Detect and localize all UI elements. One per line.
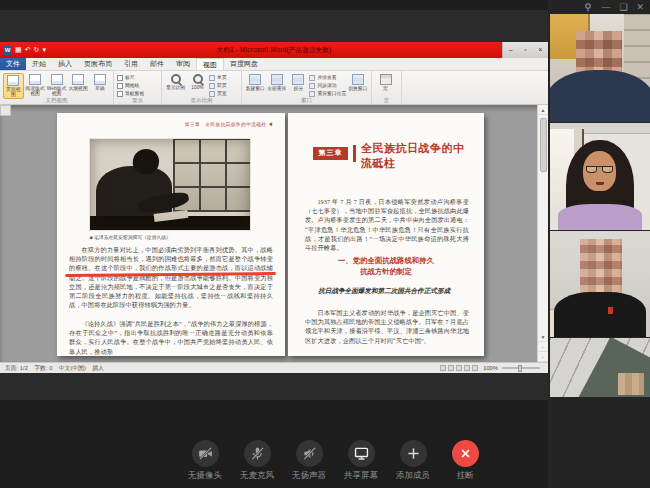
ribbon-group-document-views: 页面视图 阅读版式视图 Web版式视图 大纲视图 xyxy=(0,71,114,104)
zoom-level[interactable]: 100% xyxy=(483,365,498,371)
section-heading-line: 抗战方针的制定 xyxy=(288,267,484,278)
video-shape xyxy=(608,307,613,314)
participant-video-1[interactable] xyxy=(550,14,650,122)
ribbon-button-label: 同步滚动 xyxy=(317,83,336,89)
ribbon-button-label: 全部重排 xyxy=(267,86,286,91)
ribbon-button-outline[interactable]: 大纲视图 xyxy=(68,73,89,91)
document-page-left[interactable]: 第三章 全民族抗日战争的中流砥柱 ◀ ■ 毛泽东在延安窑洞撰写《论持久战》 在双… xyxy=(57,113,285,356)
undo-icon[interactable]: ↶ xyxy=(25,46,31,54)
save-icon[interactable]: ▦ xyxy=(15,46,22,54)
print-layout-icon xyxy=(7,75,19,86)
next-page-icon[interactable]: ◦ xyxy=(538,352,548,362)
ribbon-button-new-window[interactable]: 新建窗口 xyxy=(245,73,265,91)
share-screen-button[interactable]: 共享屏幕 xyxy=(341,440,381,482)
section-heading-line: 一、党的全面抗战路线和持久 xyxy=(288,256,484,267)
ribbon-button-split[interactable]: 拆分 xyxy=(288,73,308,91)
group-label: 窗口 xyxy=(242,96,371,104)
speaker-off-button[interactable]: 无扬声器 xyxy=(289,440,329,482)
camera-off-label: 无摄像头 xyxy=(185,470,225,482)
share-screen-label: 共享屏幕 xyxy=(341,470,381,482)
tab-review[interactable]: 审阅 xyxy=(170,58,196,70)
ribbon-button-print-layout[interactable]: 页面视图 xyxy=(3,73,24,99)
hang-up-button[interactable]: 挂断 xyxy=(445,440,485,482)
ribbon-button-synchronous-scrolling[interactable]: 同步滚动 xyxy=(309,83,346,89)
add-member-button[interactable]: 添加成员 xyxy=(393,440,433,482)
ribbon-button-two-pages[interactable]: 双页 xyxy=(209,83,227,89)
section-heading: 一、党的全面抗战路线和持久 抗战方针的制定 xyxy=(288,256,484,277)
word-close-icon[interactable]: × xyxy=(538,46,542,54)
tab-references[interactable]: 引用 xyxy=(118,58,144,70)
magnifier-icon xyxy=(171,74,181,84)
word-maximize-icon[interactable]: ▫ xyxy=(524,46,526,54)
ribbon-button-web-layout[interactable]: Web版式视图 xyxy=(46,73,67,97)
body-paragraph: 1937 年 7 月 7 日夜，日本侵略军突然发动卢沟桥事变（七七事变），当地中… xyxy=(305,197,469,252)
close-icon[interactable]: ✕ xyxy=(636,2,644,12)
checkbox-ruler[interactable]: 标尺 xyxy=(117,75,144,81)
view-outline-icon[interactable] xyxy=(464,365,471,372)
ribbon-button-arrange-all[interactable]: 全部重排 xyxy=(266,73,286,91)
app-window-controls: — ❑ ✕ xyxy=(584,2,644,12)
word-titlebar: W ▦ ↶ ↻ ▾ 文档1 - Microsoft Word(产品激活失败) –… xyxy=(0,42,548,58)
word-title: 文档1 - Microsoft Word(产品激活失败) xyxy=(46,46,502,55)
maximize-icon[interactable]: ❑ xyxy=(619,2,627,12)
word-logo-icon[interactable]: W xyxy=(3,46,12,55)
participant-video-4[interactable] xyxy=(550,338,650,397)
plus-icon xyxy=(400,440,427,467)
tab-view[interactable]: 视图 xyxy=(196,58,224,70)
checkbox-gridlines[interactable]: 网格线 xyxy=(117,83,144,89)
magnifier-100-icon xyxy=(193,74,203,84)
ribbon-button-full-screen-reading[interactable]: 阅读版式视图 xyxy=(25,73,46,97)
tab-file[interactable]: 文件 xyxy=(0,58,26,70)
vertical-scrollbar[interactable]: ▲ ▼ ◦ ◦ xyxy=(537,105,548,362)
camera-off-button[interactable]: 无摄像头 xyxy=(185,440,225,482)
speaker-off-label: 无扬声器 xyxy=(289,470,329,482)
document-page-right[interactable]: 第三章 全民族抗日战争的中流砥柱 1937 年 7 月 7 日夜，日本侵略军突然… xyxy=(288,113,484,356)
photo-mao-writing xyxy=(90,139,250,230)
glasses-shape xyxy=(586,166,613,173)
participant-video-2[interactable] xyxy=(550,123,650,230)
participant-video-3[interactable] xyxy=(550,231,650,337)
sync-scroll-icon xyxy=(309,83,315,89)
ribbon-button-draft[interactable]: 草稿 xyxy=(89,73,110,91)
pin-icon[interactable] xyxy=(584,3,592,12)
body-paragraph: 在双方的力量对比上，中国必须由劣势到平衡再到优势。其中，战略相持阶段的时间将相当… xyxy=(69,245,273,309)
scrollbar-thumb[interactable] xyxy=(540,118,547,172)
scroll-up-icon[interactable]: ▲ xyxy=(538,105,548,115)
ribbon-button-view-side-by-side[interactable]: 并排查看 xyxy=(309,75,346,81)
ribbon-button-one-page[interactable]: 单页 xyxy=(209,75,227,81)
word-minimize-icon[interactable]: – xyxy=(509,46,513,54)
previous-page-icon[interactable]: ◦ xyxy=(538,342,548,352)
tab-page-layout[interactable]: 页面布局 xyxy=(78,58,118,70)
view-print-layout-icon[interactable] xyxy=(440,365,447,372)
camera-off-icon xyxy=(192,440,219,467)
tab-baidu-netdisk[interactable]: 百度网盘 xyxy=(224,58,264,70)
checkbox-label: 网格线 xyxy=(125,83,139,89)
ribbon-tabs: 文件 开始 插入 页面布局 引用 邮件 审阅 视图 百度网盘 xyxy=(0,58,548,71)
redo-icon[interactable]: ↻ xyxy=(34,46,40,54)
tab-mailings[interactable]: 邮件 xyxy=(144,58,170,70)
view-reading-icon[interactable] xyxy=(448,365,455,372)
video-shape xyxy=(554,292,646,337)
ribbon-button-macros[interactable]: 宏 xyxy=(375,73,396,91)
ribbon-button-label: 大纲视图 xyxy=(69,86,88,91)
tab-home[interactable]: 开始 xyxy=(26,58,52,70)
scroll-down-icon[interactable]: ▼ xyxy=(538,332,548,342)
minimize-icon[interactable]: — xyxy=(601,2,610,12)
ribbon-button-label: 显示比例 xyxy=(166,85,185,90)
ribbon-button-zoom-100[interactable]: 100% xyxy=(187,73,208,90)
photo-shape xyxy=(90,139,250,230)
web-layout-icon xyxy=(51,74,63,85)
ribbon-button-label: 拆分 xyxy=(293,86,303,91)
ribbon-button-switch-windows[interactable]: 切换窗口 xyxy=(348,73,368,91)
view-draft-icon[interactable] xyxy=(472,365,479,372)
ribbon-group-show: 标尺 网格线 导航窗格 显示 xyxy=(114,71,162,104)
view-web-icon[interactable] xyxy=(456,365,463,372)
status-text: 页面: 1/2 字数: 0 中文(中国) 插入 xyxy=(5,364,104,373)
zoom-slider[interactable] xyxy=(502,367,540,369)
ribbon-button-zoom[interactable]: 显示比例 xyxy=(165,73,186,90)
chapter-title: 全民族抗日战争的中流砥柱 xyxy=(361,141,473,170)
tab-insert[interactable]: 插入 xyxy=(52,58,78,70)
zoom-slider-thumb[interactable] xyxy=(518,365,522,372)
shared-screen: W ▦ ↶ ↻ ▾ 文档1 - Microsoft Word(产品激活失败) –… xyxy=(0,10,548,400)
mic-off-button[interactable]: 无麦克风 xyxy=(237,440,277,482)
